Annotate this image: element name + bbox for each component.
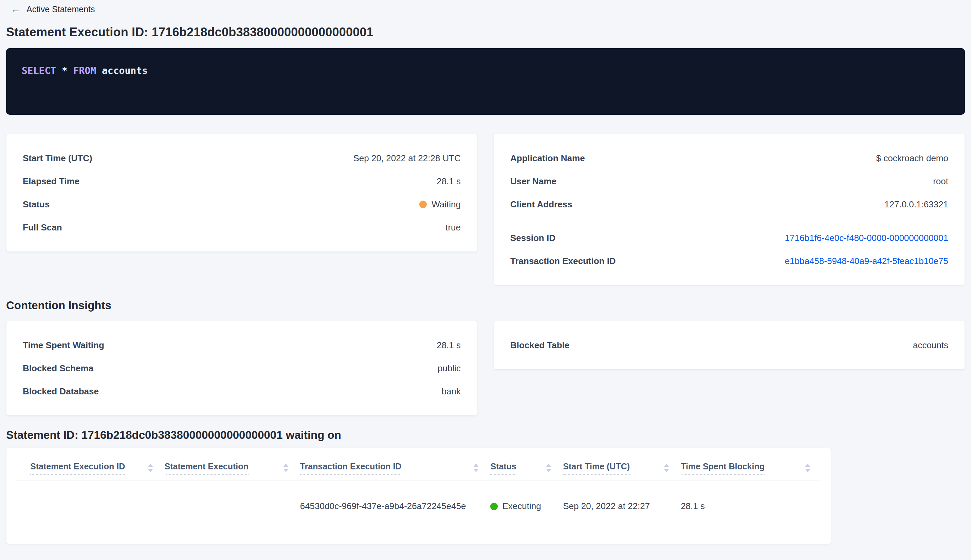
transaction-execution-id-row: Transaction Execution ID e1bba458-5948-4…: [510, 255, 948, 267]
sql-keyword-from: FROM: [73, 65, 96, 77]
cell-transaction-execution-id: 64530d0c-969f-437e-a9b4-26a72245e45e: [300, 481, 491, 532]
back-arrow-icon: ←: [11, 4, 21, 14]
back-label: Active Statements: [27, 4, 95, 14]
cell-time-spent-blocking: 28.1 s: [681, 481, 822, 532]
column-header-status[interactable]: Status: [490, 448, 563, 481]
full-scan-row: Full Scan true: [23, 221, 461, 234]
sort-icon[interactable]: [805, 463, 811, 472]
overview-card-left: Start Time (UTC) Sep 20, 2022 at 22:28 U…: [6, 134, 477, 252]
column-header-time-spent-blocking[interactable]: Time Spent Blocking: [681, 448, 822, 481]
sql-statement-box: SELECT*FROMaccounts: [6, 48, 965, 115]
sql-keyword-select: SELECT: [22, 65, 56, 77]
blocked-schema-value: public: [438, 363, 461, 374]
application-name-label: Application Name: [510, 153, 585, 163]
column-header-statement-execution-id[interactable]: Statement Execution ID: [15, 448, 165, 481]
back-link[interactable]: ← Active Statements: [11, 4, 95, 14]
column-header-label[interactable]: Start Time (UTC): [563, 462, 630, 475]
cell-statement-execution-id: [15, 481, 165, 532]
contention-insights-heading: Contention Insights: [6, 299, 965, 312]
status-executing-dot: [490, 503, 498, 510]
start-time-label: Start Time (UTC): [23, 153, 92, 163]
status-text: Waiting: [432, 199, 461, 210]
card-divider: [510, 221, 948, 221]
user-name-label: User Name: [510, 176, 556, 187]
blocked-table-value: accounts: [913, 340, 948, 351]
blocked-schema-label: Blocked Schema: [23, 363, 93, 374]
contention-card-right: Blocked Table accounts: [494, 321, 965, 370]
column-header-transaction-execution-id[interactable]: Transaction Execution ID: [300, 448, 491, 481]
sql-statement-text: SELECT*FROMaccounts: [22, 65, 949, 77]
blocked-table-label: Blocked Table: [510, 340, 569, 351]
client-address-label: Client Address: [510, 199, 572, 210]
sort-icon[interactable]: [473, 463, 479, 472]
blocked-database-label: Blocked Database: [23, 386, 99, 397]
column-header-label[interactable]: Statement Execution: [165, 462, 249, 475]
sort-icon[interactable]: [148, 463, 153, 472]
blocked-table-row: Blocked Table accounts: [510, 339, 948, 352]
client-address-value: 127.0.0.1:63321: [884, 199, 948, 210]
sql-star: *: [62, 65, 68, 77]
status-row: Status Waiting: [23, 198, 461, 211]
full-scan-label: Full Scan: [23, 222, 62, 233]
column-header-label[interactable]: Time Spent Blocking: [681, 462, 764, 475]
time-spent-waiting-value: 28.1 s: [437, 340, 461, 351]
column-header-start-time[interactable]: Start Time (UTC): [563, 448, 681, 481]
session-id-row: Session ID 1716b1f6-4e0c-f480-0000-00000…: [510, 232, 948, 244]
column-header-label[interactable]: Statement Execution ID: [30, 462, 125, 475]
client-address-row: Client Address 127.0.0.1:63321: [510, 198, 948, 211]
status-waiting-dot: [419, 201, 427, 208]
session-id-link[interactable]: 1716b1f6-4e0c-f480-0000-000000000001: [785, 233, 948, 243]
statement-details-page: ← Active Statements Statement Execution …: [0, 0, 971, 544]
elapsed-time-row: Elapsed Time 28.1 s: [23, 175, 461, 188]
table-header-row: Statement Execution ID Statement Executi…: [15, 448, 822, 481]
start-time-row: Start Time (UTC) Sep 20, 2022 at 22:28 U…: [23, 152, 461, 165]
application-name-row: Application Name $ cockroach demo: [510, 152, 948, 165]
waiting-statements-table-card: Statement Execution ID Statement Executi…: [6, 448, 831, 544]
sort-icon[interactable]: [664, 463, 669, 472]
time-spent-waiting-row: Time Spent Waiting 28.1 s: [23, 339, 461, 352]
contention-section: Time Spent Waiting 28.1 s Blocked Schema…: [6, 321, 965, 416]
time-spent-waiting-label: Time Spent Waiting: [23, 340, 104, 351]
column-header-statement-execution[interactable]: Statement Execution: [165, 448, 300, 481]
status-value: Waiting: [419, 199, 461, 210]
transaction-execution-id-link[interactable]: e1bba458-5948-40a9-a42f-5feac1b10e75: [785, 256, 948, 267]
sort-icon[interactable]: [546, 463, 551, 472]
cell-start-time: Sep 20, 2022 at 22:27: [563, 481, 681, 532]
waiting-on-heading: Statement ID: 1716b218dc0b38380000000000…: [6, 429, 965, 442]
blocked-database-row: Blocked Database bank: [23, 385, 461, 398]
sort-icon[interactable]: [283, 463, 289, 472]
blocked-database-value: bank: [442, 386, 461, 397]
cell-statement-execution: [165, 481, 300, 532]
contention-card-left: Time Spent Waiting 28.1 s Blocked Schema…: [6, 321, 477, 416]
cell-status: Executing: [490, 481, 563, 532]
status-text: Executing: [502, 501, 541, 512]
table-row: 64530d0c-969f-437e-a9b4-26a72245e45e Exe…: [15, 481, 822, 532]
application-name-value: $ cockroach demo: [876, 153, 948, 163]
user-name-value: root: [933, 176, 948, 187]
transaction-execution-id-label: Transaction Execution ID: [510, 256, 616, 267]
session-id-label: Session ID: [510, 233, 556, 243]
waiting-statements-table: Statement Execution ID Statement Executi…: [15, 448, 822, 532]
full-scan-value: true: [445, 222, 461, 233]
overview-card-right: Application Name $ cockroach demo User N…: [494, 134, 965, 285]
sql-table-name: accounts: [102, 65, 148, 77]
blocked-schema-row: Blocked Schema public: [23, 362, 461, 375]
elapsed-time-value: 28.1 s: [437, 176, 461, 187]
start-time-value: Sep 20, 2022 at 22:28 UTC: [353, 153, 461, 163]
status-label: Status: [23, 199, 50, 210]
column-header-label[interactable]: Transaction Execution ID: [300, 462, 402, 475]
page-title: Statement Execution ID: 1716b218dc0b3838…: [6, 25, 965, 39]
column-header-label[interactable]: Status: [490, 462, 516, 475]
overview-section: Start Time (UTC) Sep 20, 2022 at 22:28 U…: [6, 134, 965, 285]
user-name-row: User Name root: [510, 175, 948, 188]
elapsed-time-label: Elapsed Time: [23, 176, 80, 187]
